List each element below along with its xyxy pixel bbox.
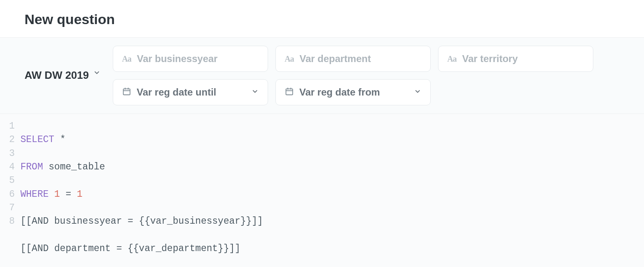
- code-line: FROM some_table: [20, 160, 286, 174]
- chevron-down-icon: [251, 88, 259, 97]
- sql-token: some_table: [49, 162, 105, 172]
- database-selector-label: AW DW 2019: [25, 68, 89, 82]
- line-number: 1: [0, 120, 15, 133]
- line-number: 8: [0, 215, 15, 228]
- sql-number: 1: [77, 189, 83, 200]
- filter-businessyear[interactable]: Aa Var businessyear: [113, 46, 268, 72]
- filter-reg-date-from[interactable]: Var reg date from: [275, 79, 431, 105]
- filter-group: Aa Var businessyear Aa Var department Aa…: [113, 46, 620, 105]
- code-line: SELECT *: [20, 133, 286, 147]
- sql-number: 1: [54, 189, 60, 200]
- filter-department[interactable]: Aa Var department: [275, 46, 431, 72]
- line-number: 7: [0, 201, 15, 215]
- code-line: [[AND businessyear = {{var_businessyear}…: [20, 215, 286, 228]
- sql-token: *: [60, 134, 66, 145]
- filter-reg-date-until[interactable]: Var reg date until: [113, 79, 268, 105]
- line-number: 3: [0, 147, 15, 160]
- filter-bar: AW DW 2019 Aa Var businessyear Aa Var de…: [0, 37, 644, 114]
- text-type-icon: Aa: [285, 54, 294, 64]
- filter-placeholder: Var department: [300, 53, 371, 65]
- code-line: WHERE 1 = 1: [20, 188, 286, 201]
- database-selector[interactable]: AW DW 2019: [25, 68, 101, 82]
- sql-token: =: [65, 189, 71, 200]
- filter-placeholder: Var reg date until: [137, 87, 217, 98]
- sql-keyword: FROM: [20, 162, 43, 172]
- code-line: [[AND department = {{var_department}}]]: [20, 242, 286, 256]
- line-number: 2: [0, 133, 15, 147]
- line-gutter: 1 2 3 4 5 6 7 8: [0, 120, 20, 267]
- chevron-down-icon: [414, 88, 421, 97]
- calendar-icon: [285, 87, 294, 98]
- sql-keyword: WHERE: [20, 189, 49, 200]
- line-number: 6: [0, 188, 15, 201]
- text-type-icon: Aa: [122, 54, 131, 64]
- page-title: New question: [25, 11, 619, 27]
- line-number: 4: [0, 160, 15, 174]
- text-type-icon: Aa: [447, 54, 456, 64]
- calendar-icon: [122, 87, 131, 98]
- filter-placeholder: Var businessyear: [137, 53, 217, 65]
- sql-editor[interactable]: 1 2 3 4 5 6 7 8 SELECT * FROM some_table…: [0, 114, 644, 267]
- page-header: New question: [0, 0, 644, 37]
- svg-rect-0: [123, 89, 130, 95]
- sql-keyword: SELECT: [20, 134, 54, 145]
- filter-placeholder: Var reg date from: [300, 87, 380, 98]
- sql-code[interactable]: SELECT * FROM some_table WHERE 1 = 1 [[A…: [20, 120, 286, 267]
- filter-territory[interactable]: Aa Var territory: [438, 46, 593, 72]
- line-number: 5: [0, 174, 15, 187]
- filter-placeholder: Var territory: [462, 53, 518, 65]
- chevron-down-icon: [93, 66, 101, 80]
- svg-rect-4: [286, 89, 293, 95]
